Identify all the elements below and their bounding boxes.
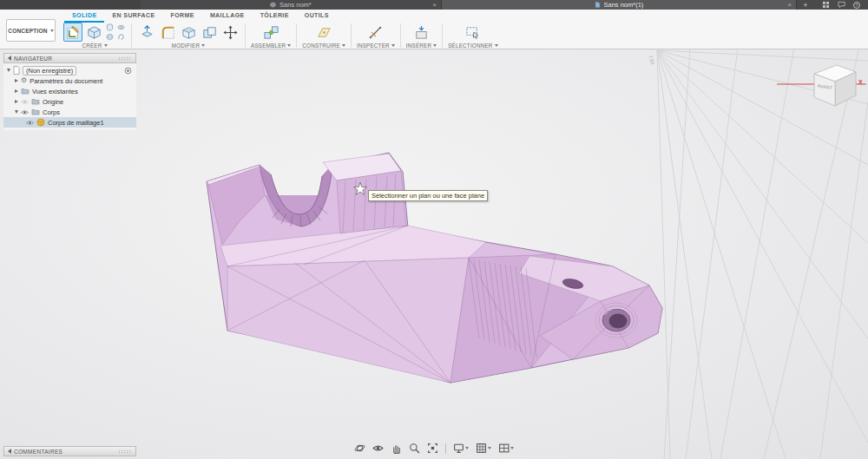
inspecter-dropdown[interactable]: INSPECTER: [357, 43, 395, 49]
create-sphere-button[interactable]: [105, 32, 115, 41]
insert-button[interactable]: [411, 23, 431, 42]
inserer-dropdown[interactable]: INSÉRER: [406, 43, 437, 49]
navbar-separator: [445, 443, 446, 454]
close-tab-icon[interactable]: ×: [787, 0, 792, 10]
modifier-dropdown[interactable]: MODIFIER: [172, 43, 205, 49]
tree-row-bodies[interactable]: Corps: [3, 107, 136, 117]
titlebar-left-spacer: [0, 0, 141, 10]
measure-button[interactable]: [366, 23, 385, 42]
tree-row-label: Paramètres du document: [30, 77, 102, 85]
fit-frame-icon: [427, 443, 438, 454]
expand-collapse-icon[interactable]: [7, 69, 10, 72]
ribbon-body: CRÉER: [61, 23, 868, 49]
navigator-panel: NAVIGATEUR (Non enregistré) ⚙ Paramètres…: [3, 53, 136, 130]
group-label: MODIFIER: [172, 43, 200, 49]
group-separator: [131, 23, 132, 48]
tab-en-surface[interactable]: EN SURFACE: [104, 10, 162, 23]
group-label: CONSTRUIRE: [302, 43, 340, 49]
look-at-button[interactable]: [372, 443, 384, 454]
shell-button[interactable]: [179, 23, 198, 42]
create-coil-button[interactable]: [116, 32, 126, 41]
mesh-body-icon: [36, 118, 45, 127]
visibility-eye-icon[interactable]: [21, 109, 29, 115]
comments-header[interactable]: COMMENTAIRES: [3, 446, 136, 456]
construire-dropdown[interactable]: CONSTRUIRE: [302, 43, 345, 49]
titlebar: Sans nom* × Sans nom*(1) × + ?: [0, 0, 868, 10]
group-label: CRÉER: [82, 43, 102, 49]
create-sketch-icon: [65, 24, 82, 41]
drag-grip-icon[interactable]: [118, 449, 132, 454]
tree-row-document-root[interactable]: (Non enregistré): [3, 65, 136, 75]
creer-dropdown[interactable]: CRÉER: [82, 43, 107, 49]
chevron-down-icon: [488, 447, 491, 449]
ribbon-group-assembler: ASSEMBLER: [248, 23, 293, 49]
zoom-button[interactable]: [409, 443, 420, 454]
grid-snap-button[interactable]: [476, 443, 491, 454]
tree-row-label: Corps de maillage1: [48, 119, 104, 127]
tab-tolerie[interactable]: TÔLERIE: [253, 10, 297, 23]
collapse-panel-icon[interactable]: [8, 449, 11, 454]
move-copy-button[interactable]: [220, 23, 240, 42]
document-icon: [13, 66, 20, 75]
chevron-down-icon: [287, 44, 291, 47]
tab-outils[interactable]: OUTILS: [297, 10, 337, 23]
tree-row-label: Origine: [43, 98, 63, 106]
selectionner-dropdown[interactable]: SÉLECTIONNER: [448, 43, 497, 49]
visibility-eye-icon[interactable]: [26, 120, 34, 126]
document-tab-2[interactable]: Sans nom*(1) ×: [442, 0, 797, 10]
job-status-icon[interactable]: [822, 1, 830, 9]
joint-button[interactable]: [261, 23, 280, 42]
visibility-eye-icon[interactable]: [21, 99, 29, 105]
select-button[interactable]: [464, 23, 483, 42]
tab-forme[interactable]: FORME: [163, 10, 202, 23]
help-icon[interactable]: ?: [853, 2, 860, 9]
expand-collapse-icon[interactable]: [15, 100, 18, 103]
tree-row-origin[interactable]: Origine: [3, 96, 136, 107]
selection-tooltip: Sélectionner un plan ou une face plane: [368, 190, 488, 201]
viewports-button[interactable]: [498, 443, 514, 454]
collapse-panel-icon[interactable]: [8, 56, 11, 61]
create-torus-button[interactable]: [116, 23, 126, 31]
press-pull-button[interactable]: [137, 23, 156, 42]
chevron-down-icon: [391, 44, 395, 47]
notifications-icon[interactable]: [838, 1, 845, 9]
fillet-button[interactable]: [158, 23, 177, 42]
display-settings-button[interactable]: [453, 443, 469, 454]
activate-component-radio[interactable]: [124, 67, 132, 75]
document-tab-label: Sans nom*(1): [604, 1, 644, 9]
expand-collapse-icon[interactable]: [15, 110, 18, 114]
orbit-button[interactable]: [354, 443, 365, 454]
titlebar-icon-cluster: ?: [814, 0, 868, 10]
fit-button[interactable]: [427, 443, 438, 454]
tree-row-document-settings[interactable]: ⚙ Paramètres du document: [3, 75, 136, 86]
tree-row-named-views[interactable]: Vues existantes: [3, 86, 136, 96]
look-at-eye-icon: [372, 443, 384, 454]
construction-plane-button[interactable]: [314, 23, 333, 42]
new-document-button[interactable]: +: [797, 0, 814, 10]
create-box-button[interactable]: [84, 23, 103, 42]
navigation-bar: [354, 443, 514, 454]
pan-button[interactable]: [391, 443, 402, 454]
tab-solide[interactable]: SOLIDE: [64, 10, 104, 23]
select-box-icon: [464, 24, 481, 41]
drag-grip-icon[interactable]: [118, 56, 132, 61]
close-tab-icon[interactable]: ×: [432, 0, 437, 10]
comments-title: COMMENTAIRES: [14, 449, 62, 455]
tab-maillage[interactable]: MAILLAGE: [202, 10, 253, 23]
group-label: SÉLECTIONNER: [448, 43, 492, 49]
tree-row-mesh-body[interactable]: Corps de maillage1: [3, 117, 136, 128]
expand-collapse-icon[interactable]: [15, 79, 18, 82]
combine-button[interactable]: [200, 23, 219, 42]
document-page-icon: [595, 2, 601, 8]
assembler-dropdown[interactable]: ASSEMBLER: [251, 43, 291, 49]
expand-collapse-icon[interactable]: [15, 89, 18, 93]
navigator-header[interactable]: NAVIGATEUR: [3, 53, 136, 63]
group-separator: [245, 23, 246, 48]
workspace-selector[interactable]: CONCEPTION: [6, 19, 56, 42]
box-icon: [86, 24, 102, 41]
document-tab-1[interactable]: Sans nom* ×: [141, 0, 442, 10]
create-cylinder-button[interactable]: [105, 23, 115, 31]
group-label: ASSEMBLER: [251, 43, 286, 49]
ribbon-group-construire: CONSTRUIRE: [299, 23, 348, 49]
create-sketch-button[interactable]: [63, 23, 82, 42]
